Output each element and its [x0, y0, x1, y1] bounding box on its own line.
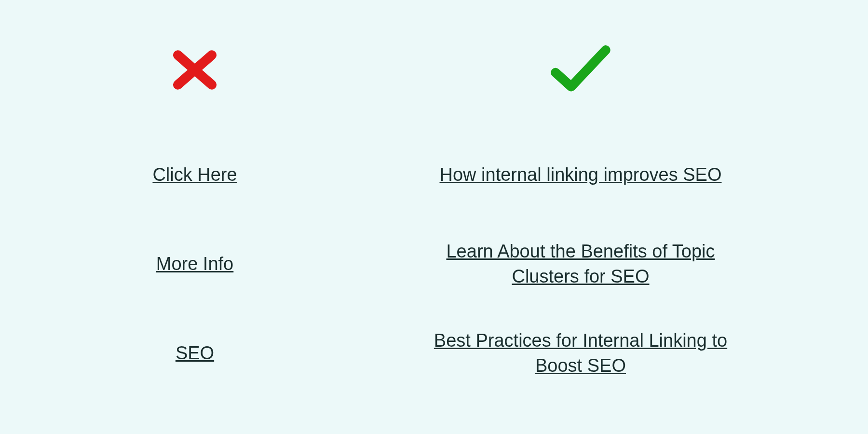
- bad-links-list: Click Here More Info SEO: [48, 130, 341, 398]
- bad-link-item[interactable]: SEO: [166, 309, 224, 398]
- good-links-list: How internal linking improves SEO Learn …: [341, 130, 820, 398]
- check-icon-wrap: [549, 34, 612, 106]
- check-icon: [549, 43, 612, 96]
- good-link-item[interactable]: Learn About the Benefits of Topic Cluste…: [417, 219, 745, 309]
- cross-icon: [168, 43, 221, 96]
- bad-link-item[interactable]: Click Here: [143, 130, 246, 219]
- cross-icon-wrap: [168, 34, 221, 106]
- good-link-item[interactable]: Best Practices for Internal Linking to B…: [417, 309, 745, 398]
- good-link-item[interactable]: How internal linking improves SEO: [430, 130, 731, 219]
- bad-link-item[interactable]: More Info: [147, 219, 244, 309]
- comparison-container: Click Here More Info SEO How internal li…: [48, 34, 820, 434]
- bad-examples-column: Click Here More Info SEO: [48, 34, 341, 434]
- good-examples-column: How internal linking improves SEO Learn …: [341, 34, 820, 434]
